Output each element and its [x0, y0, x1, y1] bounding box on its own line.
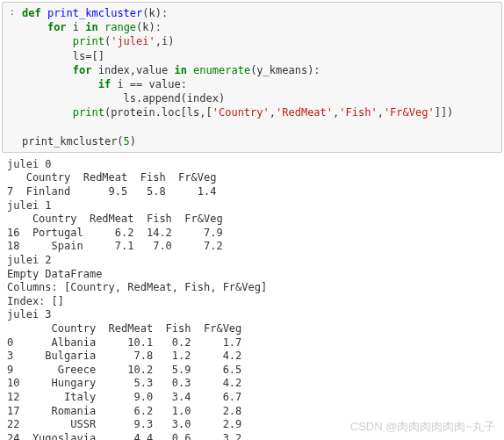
kw-def: def: [22, 7, 41, 19]
code-text: index,value: [91, 64, 174, 76]
code-text: ]]): [435, 106, 454, 119]
number: 5: [124, 135, 130, 148]
builtin-range: range: [104, 21, 136, 33]
string: 'julei': [111, 35, 155, 47]
string: 'Country': [212, 106, 270, 119]
code-text: ,i): [155, 35, 175, 47]
string: 'Fr&Veg': [384, 106, 435, 119]
code-text: ls=[]: [73, 50, 104, 62]
code-text: i == value:: [111, 78, 187, 90]
code-text: (y_kmeans):: [250, 64, 320, 76]
kw-if: if: [98, 78, 111, 90]
func-name: print_kmcluster: [47, 7, 142, 19]
code-cell: : def print_kmcluster(k): for i in range…: [2, 2, 502, 153]
code-text: i: [67, 21, 86, 33]
watermark: CSDN @肉肉肉肉肉肉~丸子: [350, 419, 495, 435]
output-block: julei 0 Country RedMeat Fish Fr&Veg 7 Fi…: [0, 155, 504, 440]
input-prompt: :: [3, 3, 17, 152]
code-text: (k):: [142, 7, 168, 19]
code-text: ): [130, 135, 136, 148]
kw-in: in: [174, 64, 186, 76]
code-text: ls.append(index): [124, 92, 226, 105]
builtin-print: print: [73, 106, 104, 119]
code-text: (k):: [136, 21, 162, 33]
string: 'RedMeat': [276, 106, 333, 119]
builtin-enum: enumerate: [193, 64, 250, 76]
string: 'Fish': [339, 106, 377, 119]
code-block[interactable]: def print_kmcluster(k): for i in range(k…: [17, 3, 458, 152]
kw-for: for: [47, 21, 67, 33]
kw-in: in: [85, 21, 97, 33]
code-text: print_kmcluster(: [22, 135, 124, 148]
builtin-print: print: [73, 35, 104, 47]
code-text: (protein.loc[ls,[: [104, 106, 212, 119]
kw-for: for: [73, 64, 92, 76]
